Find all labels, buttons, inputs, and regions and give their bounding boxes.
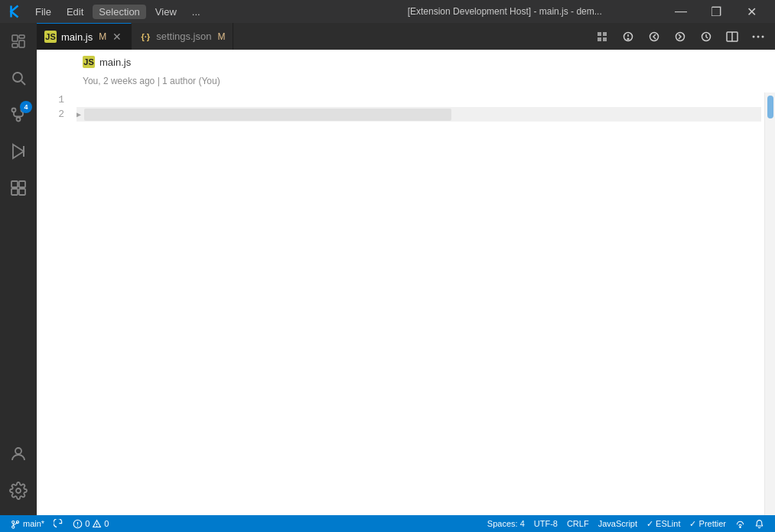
- code-editor[interactable]: 1 2 ▶: [37, 92, 775, 515]
- tab-main-js[interactable]: JS main.js M ✕: [37, 23, 132, 50]
- close-button[interactable]: ✕: [734, 0, 769, 23]
- svg-point-28: [762, 35, 764, 37]
- branch-name: main*: [23, 519, 44, 528]
- minimize-button[interactable]: —: [663, 0, 698, 23]
- svg-point-16: [15, 448, 21, 454]
- svg-rect-13: [19, 181, 25, 187]
- file-header-title: main.js: [99, 57, 131, 68]
- window-title: [Extension Development Host] - main.js -…: [347, 6, 664, 17]
- encoding-label: UTF-8: [534, 519, 558, 528]
- tab-main-js-close[interactable]: ✕: [111, 31, 123, 43]
- toggle-references-button[interactable]: [591, 27, 613, 47]
- svg-rect-0: [12, 35, 18, 41]
- activity-accounts[interactable]: [0, 436, 37, 472]
- split-editor-button[interactable]: [721, 27, 743, 47]
- menu-selection[interactable]: Selection: [93, 5, 145, 19]
- svg-point-17: [16, 488, 21, 493]
- tab-settings-json-modified: M: [217, 31, 225, 42]
- eol-label: CRLF: [567, 519, 589, 528]
- svg-point-27: [757, 35, 760, 37]
- scrollbar-thumb: [767, 96, 773, 118]
- tab-settings-json[interactable]: {·} settings.json M: [132, 23, 233, 50]
- file-header-icon: JS: [83, 56, 95, 68]
- menu-file[interactable]: File: [29, 5, 57, 19]
- more-actions-button[interactable]: [747, 27, 769, 47]
- status-errors[interactable]: 0 0: [68, 515, 113, 532]
- status-bell[interactable]: [750, 515, 769, 532]
- menu-view[interactable]: View: [149, 5, 183, 19]
- status-branch[interactable]: main*: [6, 515, 49, 532]
- menu-more[interactable]: ...: [186, 5, 207, 19]
- menu-bar: File Edit Selection View ...: [29, 5, 347, 19]
- titlebar: File Edit Selection View ... [Extension …: [0, 0, 775, 23]
- svg-point-20: [627, 38, 629, 40]
- timeline-button[interactable]: [695, 27, 717, 47]
- warning-icon: [92, 519, 102, 529]
- status-spaces[interactable]: Spaces: 4: [483, 515, 529, 532]
- app-logo: [6, 3, 23, 20]
- svg-rect-1: [19, 35, 24, 38]
- svg-rect-14: [11, 189, 18, 195]
- svg-rect-2: [19, 41, 24, 47]
- tab-js-icon: JS: [44, 31, 57, 43]
- tab-bar-actions: [585, 23, 775, 50]
- status-eslint[interactable]: ✓ ESLint: [642, 515, 685, 532]
- svg-point-4: [13, 73, 22, 82]
- activity-bar: 4: [0, 23, 37, 515]
- broadcast-icon: [735, 519, 745, 529]
- code-line-2: ▶: [77, 107, 761, 122]
- inline-chat-button[interactable]: [617, 27, 639, 47]
- spaces-label: Spaces: 4: [487, 519, 525, 528]
- editor-file-header: JS main.js: [37, 50, 775, 74]
- svg-point-34: [77, 525, 78, 526]
- status-eol[interactable]: CRLF: [562, 515, 594, 532]
- line-numbers: 1 2: [37, 92, 73, 515]
- fold-arrow[interactable]: ▶: [77, 110, 81, 119]
- editor-scrollbar[interactable]: [764, 92, 775, 515]
- main-layout: 4: [0, 23, 775, 515]
- status-bar: main* 0 0 Spaces: 4 UTF-8 CRLF JavaScrip…: [0, 515, 775, 532]
- source-control-badge: 4: [20, 101, 32, 113]
- tab-settings-json-label: settings.json: [156, 31, 211, 42]
- svg-point-26: [753, 35, 755, 37]
- bell-icon: [754, 519, 764, 529]
- line-number-1: 1: [49, 92, 64, 107]
- tab-bar: JS main.js M ✕ {·} settings.json M: [37, 23, 775, 50]
- status-broadcast[interactable]: [731, 515, 750, 532]
- svg-point-37: [740, 526, 741, 527]
- activity-settings[interactable]: [0, 472, 37, 509]
- warning-count: 0: [104, 519, 109, 528]
- status-prettier[interactable]: ✓ Prettier: [685, 515, 731, 532]
- svg-rect-15: [19, 189, 25, 195]
- svg-point-36: [96, 525, 97, 526]
- navigate-back-button[interactable]: [643, 27, 665, 47]
- eslint-label: ✓ ESLint: [646, 519, 680, 529]
- code-line-1: [77, 92, 761, 107]
- editor-wrapper: JS main.js You, 2 weeks ago | 1 author (…: [37, 50, 775, 515]
- activity-explorer[interactable]: [0, 23, 37, 60]
- window-controls: — ❐ ✕: [663, 0, 769, 23]
- code-lines[interactable]: ▶: [73, 92, 764, 515]
- prettier-label: ✓ Prettier: [689, 519, 726, 529]
- activity-search[interactable]: [0, 60, 37, 96]
- svg-point-6: [12, 109, 16, 112]
- error-icon: [73, 519, 83, 529]
- line-number-2: 2: [49, 107, 64, 122]
- activity-source-control[interactable]: 4: [0, 96, 37, 133]
- svg-marker-10: [13, 144, 24, 158]
- tab-main-js-label: main.js: [61, 31, 93, 43]
- activity-run[interactable]: [0, 133, 37, 170]
- status-encoding[interactable]: UTF-8: [529, 515, 562, 532]
- activity-bottom: [0, 436, 37, 515]
- error-count: 0: [85, 519, 90, 528]
- status-language[interactable]: JavaScript: [594, 515, 642, 532]
- svg-rect-12: [11, 181, 18, 187]
- activity-extensions[interactable]: [0, 170, 37, 206]
- editor-area: JS main.js M ✕ {·} settings.json M: [37, 23, 775, 515]
- svg-rect-3: [12, 44, 18, 47]
- menu-edit[interactable]: Edit: [60, 5, 90, 19]
- language-label: JavaScript: [598, 519, 637, 528]
- status-sync[interactable]: [49, 515, 68, 532]
- navigate-forward-button[interactable]: [669, 27, 691, 47]
- maximize-button[interactable]: ❐: [698, 0, 734, 23]
